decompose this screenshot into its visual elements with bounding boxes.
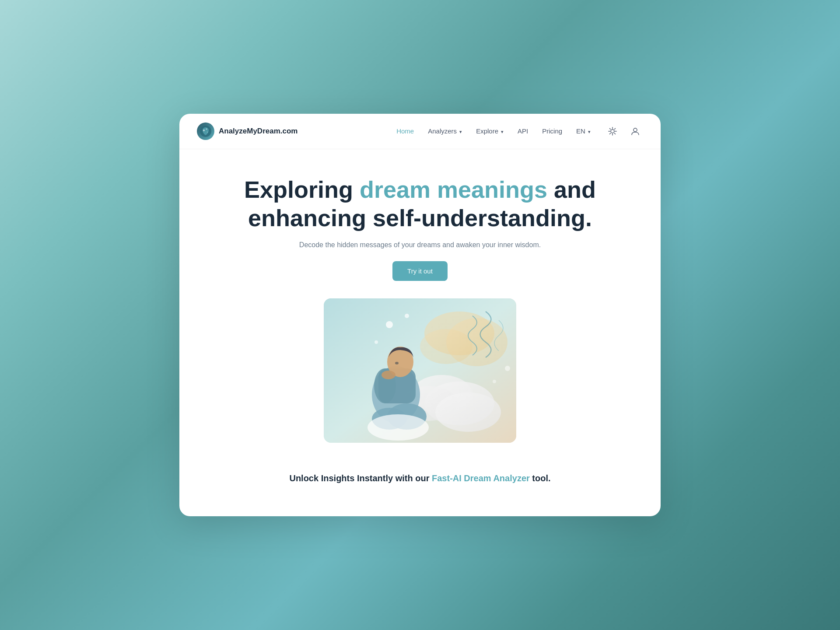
svg-point-25 [505, 366, 510, 371]
svg-point-26 [493, 380, 496, 383]
svg-point-2 [206, 129, 207, 130]
svg-point-3 [207, 132, 208, 133]
brand-name: AnalyzeMyDream.com [219, 127, 298, 136]
svg-point-22 [386, 321, 393, 328]
svg-line-12 [610, 133, 611, 134]
sun-icon [608, 127, 617, 136]
logo-svg [200, 125, 212, 137]
nav-links: Home Analyzers ▾ Explore ▾ API Pricing [396, 127, 591, 135]
navbar: AnalyzeMyDream.com Home Analyzers ▾ Expl… [179, 114, 661, 149]
nav-item-analyzers[interactable]: Analyzers ▾ [428, 127, 462, 135]
nav-link-lang[interactable]: EN ▾ [576, 127, 591, 135]
svg-point-1 [203, 130, 205, 131]
bottom-text-accent: Fast-AI Dream Analyzer [432, 473, 530, 483]
bottom-text-part2: tool. [530, 473, 551, 483]
main-card: AnalyzeMyDream.com Home Analyzers ▾ Expl… [179, 114, 661, 516]
svg-line-10 [615, 133, 616, 134]
nav-link-api[interactable]: API [518, 127, 528, 135]
svg-line-9 [610, 129, 611, 130]
nav-link-home[interactable]: Home [396, 127, 414, 135]
hero-image [324, 298, 516, 443]
nav-icons [605, 123, 643, 139]
hero-illustration-svg [324, 298, 516, 443]
nav-link-analyzers[interactable]: Analyzers ▾ [428, 127, 462, 135]
nav-link-explore[interactable]: Explore ▾ [476, 127, 504, 135]
hero-title-accent: dream meanings [360, 176, 547, 203]
bottom-text-part1: Unlock Insights Instantly with our [289, 473, 432, 483]
nav-item-api[interactable]: API [518, 127, 528, 135]
svg-point-35 [368, 414, 429, 441]
logo-icon [197, 122, 214, 140]
lang-dropdown-arrow: ▾ [587, 129, 591, 134]
svg-point-4 [611, 130, 614, 133]
nav-link-pricing[interactable]: Pricing [542, 127, 562, 135]
svg-point-17 [420, 329, 472, 364]
hero-title: Exploring dream meanings and enhancing s… [214, 175, 626, 232]
svg-line-11 [615, 129, 616, 130]
user-icon [630, 126, 640, 136]
hero-section: Exploring dream meanings and enhancing s… [179, 149, 661, 460]
bottom-section: Unlock Insights Instantly with our Fast-… [179, 460, 661, 501]
logo-area: AnalyzeMyDream.com [197, 122, 298, 140]
hero-image-container [214, 298, 626, 443]
hero-subtitle: Decode the hidden messages of your dream… [214, 241, 626, 249]
nav-item-explore[interactable]: Explore ▾ [476, 127, 504, 135]
try-it-out-button[interactable]: Try it out [392, 261, 448, 281]
nav-item-lang[interactable]: EN ▾ [576, 127, 591, 135]
user-profile-button[interactable] [627, 123, 643, 139]
svg-point-33 [382, 371, 396, 379]
svg-point-13 [634, 128, 637, 132]
nav-item-home[interactable]: Home [396, 127, 414, 135]
svg-point-24 [374, 340, 378, 344]
svg-point-23 [405, 314, 409, 318]
svg-point-21 [435, 392, 501, 432]
hero-title-part1: Exploring [244, 176, 360, 203]
svg-point-34 [395, 362, 399, 364]
analyzers-dropdown-arrow: ▾ [458, 129, 462, 134]
theme-toggle-button[interactable] [605, 123, 620, 139]
nav-item-pricing[interactable]: Pricing [542, 127, 562, 135]
explore-dropdown-arrow: ▾ [500, 129, 504, 134]
